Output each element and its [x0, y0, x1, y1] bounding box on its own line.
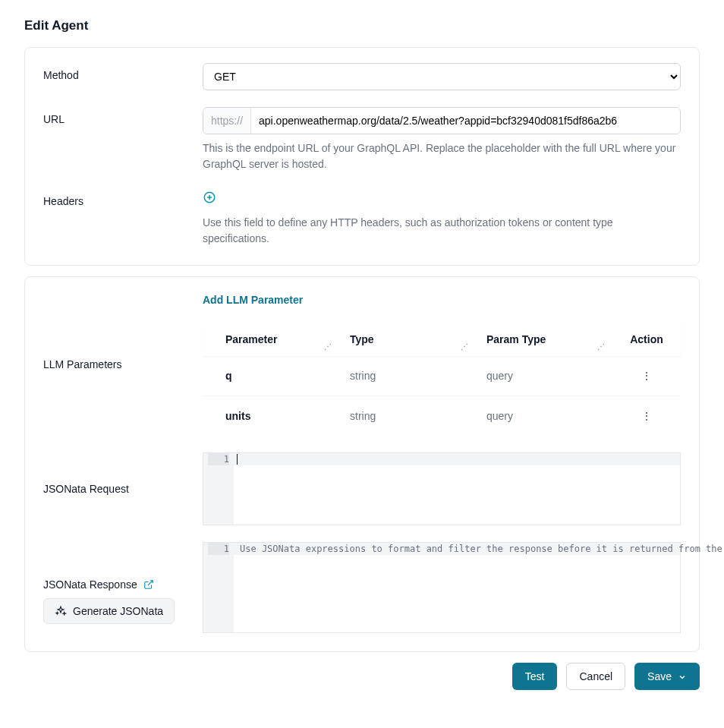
save-button[interactable]: Save	[634, 663, 700, 690]
config-panel-basic: Method GET URL https:// This is the endp…	[24, 47, 700, 266]
url-help: This is the endpoint URL of your GraphQL…	[203, 140, 681, 172]
table-row: units string query ⋮	[203, 396, 681, 436]
sort-icon: ⋰	[461, 345, 468, 349]
generate-jsonata-label: Generate JSONata	[73, 605, 163, 617]
jsonata-request-label: JSONata Request	[43, 483, 203, 495]
sort-icon: ⋰	[597, 345, 605, 349]
cell-type: string	[339, 396, 476, 436]
col-param-type[interactable]: Param Type	[486, 333, 546, 345]
col-action: Action	[630, 333, 663, 345]
cell-param: units	[203, 396, 339, 436]
jsonata-response-editor[interactable]: 1 Use JSONata expressions to format and …	[203, 542, 681, 633]
footer-actions: Test Cancel Save	[24, 663, 700, 690]
method-select[interactable]: GET	[203, 63, 681, 90]
url-prefix: https://	[203, 108, 251, 134]
cell-param: q	[203, 356, 339, 396]
jsonata-request-editor[interactable]: 1	[203, 452, 681, 525]
url-label: URL	[43, 107, 203, 125]
jsonata-response-label: JSONata Response	[43, 578, 137, 591]
url-input-group: https://	[203, 107, 681, 134]
chevron-down-icon	[678, 672, 687, 681]
url-input[interactable]	[251, 108, 680, 134]
llm-params-label: LLM Parameters	[43, 358, 203, 370]
cancel-button[interactable]: Cancel	[566, 663, 625, 690]
page-title: Edit Agent	[24, 18, 700, 33]
save-button-label: Save	[647, 670, 672, 682]
generate-jsonata-button[interactable]: Generate JSONata	[43, 598, 175, 624]
table-row: q string query ⋮	[203, 356, 681, 396]
method-label: Method	[43, 63, 203, 81]
test-button[interactable]: Test	[512, 663, 558, 690]
headers-help: Use this field to define any HTTP header…	[203, 215, 681, 247]
line-number: 1	[208, 543, 229, 555]
llm-params-table: Parameter ⋰ Type ⋰ Param Type ⋰ Action	[203, 323, 681, 436]
col-type[interactable]: Type	[350, 333, 374, 345]
svg-line-3	[148, 581, 153, 585]
sort-icon: ⋰	[324, 345, 332, 349]
col-parameter[interactable]: Parameter	[225, 333, 278, 345]
add-llm-parameter-link[interactable]: Add LLM Parameter	[203, 294, 303, 306]
row-actions-menu[interactable]: ⋮	[612, 356, 681, 396]
add-header-icon[interactable]	[203, 191, 216, 204]
headers-label: Headers	[43, 189, 203, 207]
jsonata-response-placeholder: Use JSONata expressions to format and fi…	[240, 543, 724, 555]
sparkle-icon	[55, 605, 67, 617]
external-link-icon[interactable]	[143, 579, 154, 590]
row-actions-menu[interactable]: ⋮	[612, 396, 681, 436]
cell-type: string	[339, 356, 476, 396]
config-panel-advanced: LLM Parameters Add LLM Parameter Paramet…	[24, 276, 700, 652]
line-number: 1	[208, 453, 229, 465]
cell-ptype: query	[476, 396, 612, 436]
cell-ptype: query	[476, 356, 612, 396]
